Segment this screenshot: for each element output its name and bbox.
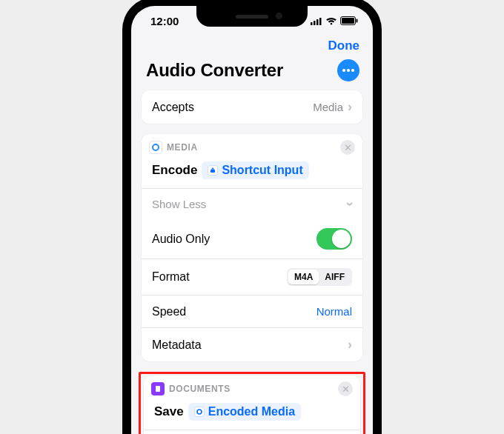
accepts-card: Accepts Media › [142, 90, 362, 124]
phone-frame: 12:00 Done Audio Converter [122, 0, 382, 434]
speed-value: Normal [316, 305, 352, 318]
remove-media-action-button[interactable]: ✕ [340, 140, 355, 155]
status-time: 12:00 [150, 15, 179, 27]
speed-row[interactable]: Speed Normal [142, 295, 362, 327]
accepts-label: Accepts [152, 101, 194, 114]
media-action-card: MEDIA ✕ Encode Shortcut Input Show Less … [142, 134, 362, 361]
audio-only-toggle[interactable] [316, 228, 352, 250]
speed-label: Speed [152, 305, 186, 318]
svg-rect-0 [311, 22, 313, 25]
more-button[interactable] [337, 59, 359, 81]
metadata-row[interactable]: Metadata › [142, 327, 362, 361]
ellipsis-icon [342, 69, 354, 72]
metadata-label: Metadata [152, 338, 202, 352]
highlight-box: DOCUMENTS ✕ Save Encoded Media Service [139, 372, 365, 434]
svg-rect-1 [314, 21, 316, 25]
format-label: Format [152, 270, 190, 284]
format-option-aiff[interactable]: AIFF [319, 270, 351, 284]
audio-only-row: Audio Only [142, 219, 362, 258]
media-app-icon [149, 141, 162, 154]
chevron-down-icon: › [342, 202, 358, 207]
save-input-label: Encoded Media [208, 405, 295, 418]
documents-app-icon [151, 382, 165, 395]
save-row: Save Encoded Media [144, 398, 360, 430]
signal-icon [311, 17, 322, 25]
notch [196, 6, 308, 27]
encode-input-token[interactable]: Shortcut Input [202, 161, 308, 179]
audio-only-label: Audio Only [152, 233, 210, 246]
format-row: Format M4A AIFF [142, 258, 362, 295]
encode-input-label: Shortcut Input [222, 164, 302, 177]
show-less-button[interactable]: Show Less › [142, 188, 362, 219]
svg-rect-5 [342, 18, 354, 24]
encode-label: Encode [152, 163, 197, 178]
chevron-right-icon: › [348, 99, 352, 115]
save-label: Save [154, 404, 184, 419]
accepts-value: Media [313, 101, 343, 113]
format-segmented-control[interactable]: M4A AIFF [287, 268, 352, 286]
svg-point-7 [153, 144, 159, 150]
magic-variable-icon [208, 165, 218, 176]
svg-rect-2 [316, 19, 319, 25]
svg-rect-9 [156, 386, 160, 392]
documents-action-card: DOCUMENTS ✕ Save Encoded Media Service [144, 375, 360, 434]
wifi-icon [325, 16, 337, 25]
chevron-right-icon: › [348, 337, 352, 353]
remove-documents-action-button[interactable]: ✕ [338, 381, 353, 396]
battery-icon [340, 16, 358, 25]
svg-rect-6 [357, 19, 358, 23]
format-option-m4a[interactable]: M4A [288, 270, 319, 284]
svg-rect-3 [319, 18, 322, 25]
screen: 12:00 Done Audio Converter [131, 6, 373, 434]
nav-bar: Done [131, 36, 373, 55]
save-input-token[interactable]: Encoded Media [188, 403, 301, 421]
accepts-row[interactable]: Accepts Media › [142, 90, 362, 124]
encode-row: Encode Shortcut Input [142, 156, 362, 188]
svg-point-10 [197, 410, 202, 414]
page-title: Audio Converter [146, 60, 283, 81]
media-badge: MEDIA [167, 142, 198, 153]
documents-badge: DOCUMENTS [169, 384, 231, 394]
magic-variable-icon [194, 407, 205, 417]
service-row[interactable]: Service iCloud Drive [144, 430, 360, 434]
done-button[interactable]: Done [328, 39, 360, 53]
